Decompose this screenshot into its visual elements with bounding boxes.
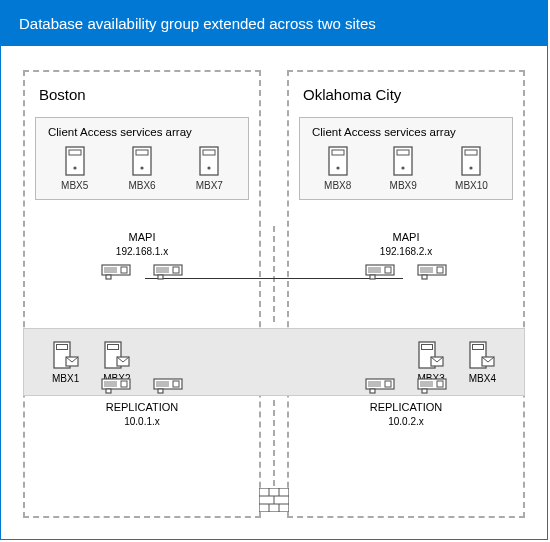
nic-icon [153,378,183,394]
nic-icon [365,264,395,280]
site-title: Oklahoma City [303,86,513,103]
nic-icon [365,378,395,394]
cas-label: Client Access services array [312,126,504,138]
diagram-title: Database availability group extended acr… [1,1,547,46]
cas-server: MBX6 [128,146,155,191]
server-label: MBX7 [196,180,223,191]
firewall-icon [259,488,289,512]
nic-icon [417,378,447,394]
diagram-frame: Database availability group extended acr… [0,0,548,540]
cas-array: Client Access services array MBX5 MBX6 M… [35,117,249,200]
server-icon [132,146,152,176]
cas-server: MBX8 [324,146,351,191]
cas-label: Client Access services array [48,126,240,138]
replication-network-label: REPLICATION 10.0.1.x [82,400,202,428]
mapi-network-label: MAPI 192.168.1.x [82,230,202,258]
nic-icon [101,264,131,280]
mailbox-server: MBX1 [52,341,79,384]
cas-server: MBX5 [61,146,88,191]
site-oklahoma-city: Oklahoma City Client Access services arr… [287,70,525,518]
mailbox-server-icon [53,341,79,371]
server-icon [199,146,219,176]
subnet: 10.0.2.x [346,415,466,429]
server-icon [461,146,481,176]
server-label: MBX8 [324,180,351,191]
server-label: MBX9 [390,180,417,191]
mapi-network-label: MAPI 192.168.2.x [346,230,466,258]
cas-server: MBX9 [390,146,417,191]
server-icon [65,146,85,176]
nic-row-mapi [365,264,447,280]
server-label: MBX10 [455,180,488,191]
cas-server: MBX10 [455,146,488,191]
mailbox-server-icon [418,341,444,371]
cas-server: MBX7 [196,146,223,191]
server-icon [328,146,348,176]
nic-icon [101,378,131,394]
replication-network-label: REPLICATION 10.0.2.x [346,400,466,428]
site-title: Boston [39,86,249,103]
server-label: MBX6 [128,180,155,191]
site-divider-lower [273,400,275,486]
site-divider-upper [273,226,275,322]
cas-array: Client Access services array MBX8 MBX9 M… [299,117,513,200]
server-label: MBX1 [52,373,79,384]
server-icon [393,146,413,176]
subnet: 192.168.2.x [346,245,466,259]
server-label: MBX4 [469,373,496,384]
server-label: MBX5 [61,180,88,191]
mailbox-server-icon [104,341,130,371]
mailbox-server-icon [469,341,495,371]
nic-icon [153,264,183,280]
subnet: 192.168.1.x [82,245,202,259]
mailbox-server: MBX4 [469,341,496,384]
nic-row-replication [101,378,183,394]
mailbox-server-band: MBX1 MBX2 MBX3 MBX4 [23,328,525,396]
nic-row-mapi [101,264,183,280]
nic-icon [417,264,447,280]
nic-row-replication [365,378,447,394]
cas-server-row: MBX5 MBX6 MBX7 [44,146,240,191]
site-boston: Boston Client Access services array MBX5… [23,70,261,518]
diagram-body: Boston Client Access services array MBX5… [1,46,547,536]
cas-server-row: MBX8 MBX9 MBX10 [308,146,504,191]
subnet: 10.0.1.x [82,415,202,429]
